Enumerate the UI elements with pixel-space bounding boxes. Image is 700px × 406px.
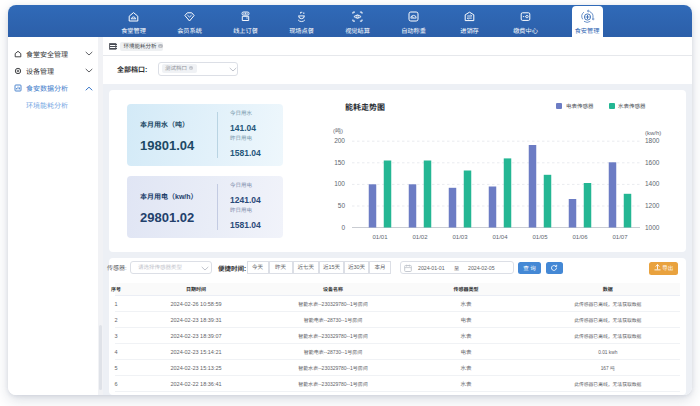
svg-text:150: 150 bbox=[334, 157, 345, 167]
svg-text:0: 0 bbox=[341, 222, 345, 232]
svg-text:(kw/h): (kw/h) bbox=[645, 128, 661, 137]
svg-text:01/03: 01/03 bbox=[452, 232, 468, 241]
svg-text:100: 100 bbox=[334, 178, 345, 188]
svg-text:1000: 1000 bbox=[645, 222, 660, 232]
svg-text:1600: 1600 bbox=[645, 157, 660, 167]
svg-text:01/05: 01/05 bbox=[532, 232, 548, 241]
svg-text:1400: 1400 bbox=[645, 178, 660, 188]
svg-text:01/07: 01/07 bbox=[612, 232, 628, 241]
svg-text:01/06: 01/06 bbox=[572, 232, 588, 241]
svg-text:1200: 1200 bbox=[645, 200, 660, 210]
svg-text:01/01: 01/01 bbox=[372, 232, 388, 241]
svg-text:01/02: 01/02 bbox=[412, 232, 428, 241]
svg-text:(吨): (吨) bbox=[333, 126, 343, 135]
svg-text:01/04: 01/04 bbox=[492, 232, 508, 241]
svg-text:50: 50 bbox=[338, 200, 346, 210]
svg-text:200: 200 bbox=[334, 135, 345, 145]
